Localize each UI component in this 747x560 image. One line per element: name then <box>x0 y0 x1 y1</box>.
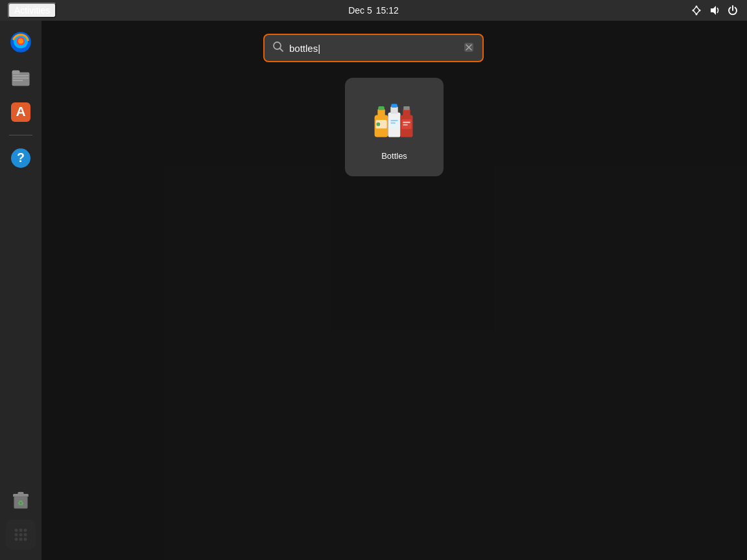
svg-text:A: A <box>16 104 25 119</box>
clock: Dec 5 15:12 <box>348 5 399 16</box>
bottles-app-icon <box>368 94 420 146</box>
svg-rect-45 <box>403 121 410 122</box>
svg-rect-37 <box>391 104 397 108</box>
dock-item-help[interactable]: ? <box>6 143 36 173</box>
svg-line-4 <box>693 6 696 10</box>
red-bottle <box>401 106 413 137</box>
svg-line-6 <box>693 10 696 14</box>
svg-rect-46 <box>403 124 408 125</box>
svg-rect-13 <box>12 71 20 75</box>
search-container: bottles| <box>263 34 484 62</box>
svg-text:?: ? <box>17 150 25 165</box>
dock-separator <box>9 135 32 135</box>
svg-point-11 <box>18 38 23 43</box>
search-input[interactable]: bottles| <box>289 43 458 54</box>
dock-item-firefox[interactable] <box>6 27 36 57</box>
topbar: Activities Dec 5 15:12 <box>0 0 747 21</box>
svg-rect-16 <box>13 80 23 82</box>
activities-button[interactable]: Activities <box>8 3 56 18</box>
volume-icon[interactable] <box>708 4 721 17</box>
svg-rect-43 <box>403 106 410 110</box>
svg-rect-15 <box>13 78 29 79</box>
svg-rect-14 <box>13 75 29 76</box>
white-bottle <box>388 104 401 137</box>
svg-rect-23 <box>18 492 24 495</box>
app-result-bottles[interactable]: Bottles <box>345 78 444 176</box>
svg-text:♻: ♻ <box>18 499 24 507</box>
orange-bottle <box>375 106 388 137</box>
dock-item-trash[interactable]: ♻ <box>6 485 36 515</box>
dock-item-files[interactable] <box>6 62 36 92</box>
search-icon <box>272 41 284 55</box>
app-result-label: Bottles <box>381 151 407 161</box>
svg-line-26 <box>280 49 283 52</box>
svg-rect-44 <box>401 119 411 129</box>
search-clear-button[interactable] <box>463 41 475 55</box>
clock-date: Dec 5 <box>348 5 372 16</box>
svg-rect-39 <box>390 120 397 121</box>
system-tray <box>690 4 739 17</box>
clock-time: 15:12 <box>376 5 399 16</box>
svg-rect-12 <box>12 73 30 86</box>
power-icon[interactable] <box>726 4 739 17</box>
svg-marker-8 <box>711 6 716 15</box>
search-bar[interactable]: bottles| <box>263 34 484 62</box>
svg-rect-40 <box>390 122 396 123</box>
svg-point-34 <box>376 122 380 126</box>
search-results: Bottles <box>42 71 747 183</box>
network-icon[interactable] <box>690 4 703 17</box>
svg-line-5 <box>696 6 700 10</box>
svg-rect-32 <box>378 106 385 110</box>
dock: A ? ♻ <box>0 21 42 560</box>
dock-item-appstore[interactable]: A <box>6 97 36 127</box>
svg-line-7 <box>696 10 700 14</box>
